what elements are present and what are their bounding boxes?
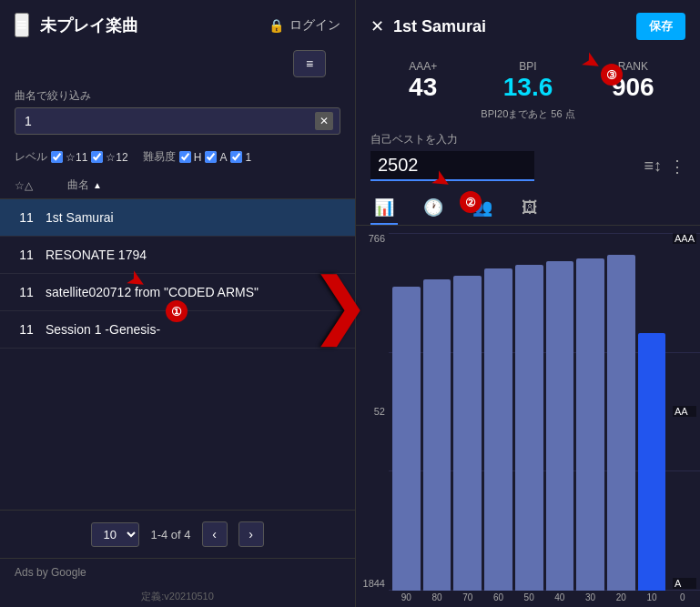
prev-page-button[interactable]: ‹ — [202, 521, 228, 547]
chart-bar — [423, 279, 451, 591]
chart-area: 766 52 1844 9080706050403020100 AAA AA A — [356, 226, 700, 607]
song-name: RESONATE 1794 — [46, 248, 340, 262]
filter-btn-wrap: ≡ — [0, 50, 355, 88]
song-level: 11 — [15, 322, 38, 337]
page-title: 未プレイ楽曲 — [40, 15, 258, 36]
diff-h-checkbox[interactable]: H — [179, 151, 202, 164]
x-label: 80 — [423, 592, 451, 607]
bar-wrapper — [668, 233, 696, 591]
self-best-row: ≡↕ ⋮ — [370, 151, 685, 181]
page-size-select[interactable]: 10 25 50 — [91, 522, 139, 547]
chart-bars — [389, 233, 700, 591]
diff-a-checkbox[interactable]: A — [205, 151, 227, 164]
filter-button[interactable]: ≡ — [293, 50, 326, 77]
right-panel: ✕ 1st Samurai 保存 AAA+ 43 BPI 13.6 RANK 9… — [355, 0, 700, 607]
annotation-2: ② — [460, 191, 482, 213]
song-detail-title: 1st Samurai — [393, 17, 627, 36]
tab-history[interactable]: 🕐 — [420, 192, 447, 225]
level-12-checkbox[interactable]: ☆12 — [91, 151, 127, 164]
search-input[interactable] — [15, 107, 340, 135]
stats-row: AAA+ 43 BPI 13.6 RANK 906 — [356, 53, 700, 104]
y-label-bot: 1844 — [356, 578, 385, 589]
login-area: 🔒 ログイン — [269, 17, 340, 34]
version-bar: 定義:v20210510 — [0, 586, 355, 607]
level-filter-group: レベル ☆11 ☆12 — [15, 149, 128, 165]
x-label: 0 — [668, 592, 696, 607]
sort-arrow-icon: ▲ — [93, 180, 102, 190]
bar-wrapper — [484, 233, 512, 591]
bpi-value: 13.6 — [503, 75, 553, 100]
filter-icon: ≡ — [306, 56, 313, 71]
table-header: ☆△ 曲名 ▲ — [0, 172, 355, 199]
song-row[interactable]: 11 RESONATE 1794 — [0, 237, 355, 274]
song-name: 1st Samurai — [46, 210, 340, 225]
aaa-value: 43 — [409, 75, 437, 100]
annotation-3: ③ — [601, 64, 623, 86]
x-label: 90 — [392, 592, 421, 607]
song-level: 11 — [15, 248, 38, 262]
self-best-label: 自己ベストを入力 — [370, 132, 685, 147]
chart-bar — [484, 268, 512, 591]
annotation-1: ① — [166, 300, 188, 322]
search-label: 曲名で絞り込み — [15, 88, 340, 104]
chart-bar — [515, 265, 543, 591]
chart-bar — [546, 261, 574, 591]
bpi-label: BPI — [519, 60, 536, 73]
login-label[interactable]: ログイン — [289, 17, 340, 34]
next-page-button[interactable]: › — [238, 521, 264, 547]
bar-wrapper — [607, 233, 635, 591]
y-label-mid: 52 — [356, 406, 385, 417]
close-button[interactable]: ✕ — [370, 16, 384, 36]
song-level: 11 — [15, 210, 38, 225]
search-input-wrap: ✕ — [15, 107, 340, 135]
aaa-label: AAA+ — [409, 60, 437, 73]
level-11-checkbox[interactable]: ☆11 — [51, 151, 87, 164]
bar-wrapper — [576, 233, 604, 591]
song-name: satellite020712 from "CODED ARMS" — [46, 285, 340, 299]
menu-button[interactable]: ≡ — [15, 13, 29, 37]
chart-bar — [576, 258, 604, 591]
right-header: ✕ 1st Samurai 保存 — [356, 0, 700, 53]
col-name-header[interactable]: 曲名 ▲ — [67, 177, 340, 193]
chart-bar — [392, 287, 421, 591]
save-button[interactable]: 保存 — [636, 13, 685, 40]
difficulty-label: 難易度 — [143, 149, 176, 165]
y-label-top: 766 — [356, 233, 385, 244]
difficulty-filter-group: 難易度 H A 1 — [143, 149, 251, 165]
chart-container: 9080706050403020100 AAA AA A — [389, 233, 700, 607]
song-row[interactable]: 11 1st Samurai — [0, 199, 355, 237]
pagination-row: 10 25 50 1-4 of 4 ‹ › — [0, 510, 355, 558]
bar-wrapper — [638, 233, 666, 591]
tab-bar-chart[interactable]: 📊 — [370, 192, 398, 225]
x-label: 10 — [638, 592, 666, 607]
stat-rank: RANK 906 — [581, 60, 685, 100]
sort-options-button[interactable]: ≡↕ — [644, 157, 662, 176]
bar-wrapper — [423, 233, 451, 591]
diff-1-checkbox[interactable]: 1 — [230, 151, 251, 164]
chart-x-labels: 9080706050403020100 — [389, 591, 700, 607]
chart-y-labels: 766 52 1844 — [356, 233, 389, 607]
page-info: 1-4 of 4 — [150, 528, 190, 541]
history-icon: 🕐 — [423, 198, 443, 217]
bar-chart-icon: 📊 — [374, 198, 394, 217]
x-label: 40 — [546, 592, 574, 607]
tab-image[interactable]: 🖼 — [518, 193, 542, 225]
stat-bpi: BPI 13.6 — [475, 60, 580, 100]
bar-wrapper — [392, 233, 421, 591]
chart-bar — [638, 333, 666, 591]
search-section: 曲名で絞り込み ✕ — [0, 88, 355, 142]
stat-aaa: AAA+ 43 — [370, 60, 475, 100]
rank-label: RANK — [618, 60, 648, 73]
self-best-input[interactable] — [370, 151, 534, 181]
song-level: 11 — [15, 285, 38, 299]
bar-wrapper — [515, 233, 543, 591]
more-options-button[interactable]: ⋮ — [669, 157, 685, 177]
x-label: 30 — [576, 592, 604, 607]
search-clear-button[interactable]: ✕ — [315, 112, 333, 130]
bar-wrapper — [546, 233, 574, 591]
chart-bar — [607, 255, 635, 591]
image-icon: 🖼 — [522, 198, 538, 217]
icon-tabs: 📊 🕐 👥 🖼 — [356, 188, 700, 226]
song-name: Session 1 -Genesis- — [46, 322, 340, 337]
left-header: ≡ 未プレイ楽曲 🔒 ログイン — [0, 0, 355, 50]
